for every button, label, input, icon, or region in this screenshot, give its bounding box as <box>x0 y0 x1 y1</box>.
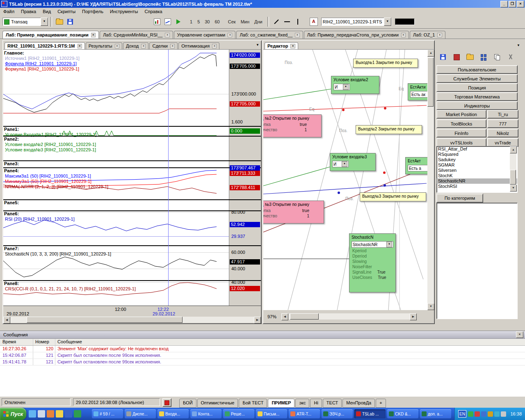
alert-icon[interactable] <box>475 411 480 417</box>
messenger-icon[interactable] <box>494 411 500 417</box>
menu-item[interactable]: Вид <box>39 8 54 15</box>
color-picker-swatch[interactable] <box>395 18 415 25</box>
scrollbar-thumb[interactable] <box>427 57 434 107</box>
indicator-list-scrollbar[interactable]: ▲ ▼ <box>510 146 516 192</box>
message-row[interactable]: 15:42:06.87121Скрипт был остановлен посл… <box>0 352 525 359</box>
scroll-right-icon[interactable]: ▶ <box>254 317 261 324</box>
block-cond[interactable]: Условие входа№3И▼ <box>330 153 376 171</box>
horizontal-line-icon[interactable] <box>282 16 292 27</box>
close-icon[interactable]: × <box>115 44 119 48</box>
taskbar-item[interactable]: Реше... <box>223 409 254 418</box>
indicator-list-item[interactable]: RSI_Attar_Def <box>437 146 517 152</box>
interval-button[interactable]: 5 <box>195 19 202 25</box>
agent-tab[interactable]: Оптимистичные <box>197 399 238 408</box>
palette-library-button[interactable]: 777 <box>487 119 518 128</box>
interval-button[interactable]: 1 <box>188 19 194 25</box>
palette-library-button[interactable]: Nikolz <box>487 129 518 137</box>
legend-item[interactable]: Формула1 [RIH2_110901_120229-1] <box>5 66 79 71</box>
block-estakt[interactable]: ЕстАктиЕсть ак <box>408 83 427 100</box>
legend-item[interactable]: МинимуЗа1 (50) [RIH2_110901_120229-1] <box>5 179 91 184</box>
export-chart-icon[interactable] <box>152 16 162 27</box>
legend-item[interactable]: Условие входа№3 [RIH2_110901_120229-1] <box>5 147 96 152</box>
close-icon[interactable]: × <box>165 33 169 37</box>
chart-tab[interactable]: Доход× <box>123 42 149 49</box>
new-chart-icon[interactable] <box>162 16 173 27</box>
unit-button[interactable]: Мин <box>239 19 251 25</box>
indicator-list-item[interactable]: SGMAR <box>437 162 517 168</box>
block-entry[interactable]: Вход №2 Открытие по рынкуПокупкаtrueКоли… <box>263 114 322 137</box>
close-icon[interactable]: × <box>141 44 146 48</box>
scrollbar-thumb[interactable] <box>27 317 183 323</box>
palette-category-button[interactable]: Индикаторы <box>436 101 518 110</box>
minimize-button[interactable]: _ <box>500 1 508 7</box>
text-tool-icon[interactable]: А <box>310 18 318 26</box>
scroll-right-icon[interactable]: ▶ <box>410 313 417 320</box>
chart-tab[interactable]: Результаты× <box>86 42 122 49</box>
block-dropdown[interactable]: StochasticNR▼ <box>352 241 393 248</box>
legend-item[interactable]: StochasticN (10, 3, 3, 200) [RIH2_110901… <box>5 251 111 256</box>
indicator-list-item[interactable]: StochK <box>437 173 517 178</box>
palette-category-button[interactable]: Служебные Элементы <box>436 74 518 83</box>
save-icon[interactable] <box>65 16 75 27</box>
lab-tab[interactable]: Лаб: СредняяMinMax_RSI__× <box>100 31 173 39</box>
scrollbar-thumb[interactable] <box>510 170 516 185</box>
chevron-down-icon[interactable]: ▼ <box>386 242 392 247</box>
agent-tab[interactable]: МенПровДа <box>342 399 375 408</box>
chart-tab[interactable]: RIH2_110901_120229-1:RTS:1M× <box>5 42 85 49</box>
column-message[interactable]: Сообщение <box>57 339 82 344</box>
volume-icon[interactable] <box>501 411 506 417</box>
chevron-down-icon[interactable]: ▼ <box>342 161 347 167</box>
block-dropdown[interactable]: И▼ <box>333 84 350 90</box>
close-icon[interactable]: × <box>401 33 406 37</box>
taskbar-item[interactable]: Диспе... <box>125 409 156 418</box>
lab-tab[interactable]: Лаб: OZ_1× <box>410 31 445 39</box>
show-desktop-icon[interactable] <box>38 410 45 418</box>
scroll-up-icon[interactable]: ▲ <box>427 50 434 57</box>
antivirus-icon[interactable] <box>468 411 473 417</box>
close-icon[interactable]: × <box>91 33 96 37</box>
lab-tab[interactable]: Лаб: Пример_передачаСтопа_при_условии× <box>304 31 409 39</box>
chart-tab[interactable]: Оптимизация× <box>178 42 219 49</box>
save-icon[interactable] <box>437 52 449 62</box>
block-indicator[interactable]: StochasticNStochasticNR▼KperiodDperiodSl… <box>349 233 396 292</box>
palette-category-button[interactable]: Пользовательские <box>436 65 518 74</box>
block-exit[interactable]: Выход№1 Закрытие по рынку <box>353 59 418 68</box>
close-icon[interactable]: × <box>290 44 295 48</box>
open-folder-icon[interactable] <box>464 52 476 62</box>
menu-item[interactable]: Справка <box>142 8 166 15</box>
stop-button[interactable] <box>162 398 171 407</box>
symbol-combo[interactable]: RIH2_110901_120229-1:RTS ▼ <box>321 18 392 26</box>
palette-library-button[interactable]: ToolBlocks <box>436 119 486 128</box>
scroll-up-icon[interactable]: ▲ <box>510 146 517 153</box>
scroll-down-icon[interactable]: ▼ <box>510 185 517 192</box>
palette-library-button[interactable]: vvTSLtools <box>436 138 486 147</box>
taskbar-item[interactable]: # 59 / ... <box>92 409 123 418</box>
block-cond[interactable]: Условие входа№2И▼ <box>331 76 379 94</box>
script-editor-canvas[interactable]: Поз.Поз.Поз.EqEqВыход№1 Закрытие по рынк… <box>263 50 427 310</box>
menu-item[interactable]: Файл <box>0 8 18 15</box>
agent-tab[interactable]: экс <box>295 399 309 408</box>
tab-editor[interactable]: Редактор × <box>265 42 298 49</box>
menu-item[interactable]: Скрипты <box>54 8 79 15</box>
trend-line-icon[interactable] <box>271 16 282 27</box>
scrollbar-thumb[interactable] <box>290 313 319 320</box>
tile-windows-icon[interactable] <box>478 52 489 62</box>
block-estakt[interactable]: ЕстАктЕсть а <box>405 157 427 174</box>
vertical-line-icon[interactable] <box>292 16 303 27</box>
run-icon[interactable] <box>173 16 184 27</box>
interval-button[interactable]: 30 <box>203 19 212 25</box>
interval-button[interactable]: 60 <box>213 19 222 25</box>
close-icon[interactable]: × <box>78 44 82 48</box>
indicator-list-item[interactable]: Sadukey <box>437 157 517 162</box>
ie-icon[interactable] <box>29 410 36 418</box>
block-exit[interactable]: Выход№3 Закрытие по рынку <box>360 192 426 201</box>
outlook-icon[interactable] <box>56 410 63 418</box>
taskbar-item[interactable]: CKD &... <box>387 409 418 418</box>
copy-icon[interactable] <box>491 52 503 62</box>
legend-item[interactable]: Условие входа№2 [RIH2_110901_120229-1] <box>5 142 96 147</box>
category-content-list[interactable] <box>436 203 518 319</box>
legend-item[interactable]: МаксимЗа1 (50) [RIH2_110901_120229-1] <box>5 173 91 178</box>
lab-tab[interactable]: Управление скриптами× <box>174 31 236 39</box>
taskbar-item[interactable]: ATR-T... <box>289 409 320 418</box>
agent-tab[interactable]: ПРИМЕР <box>268 399 294 408</box>
